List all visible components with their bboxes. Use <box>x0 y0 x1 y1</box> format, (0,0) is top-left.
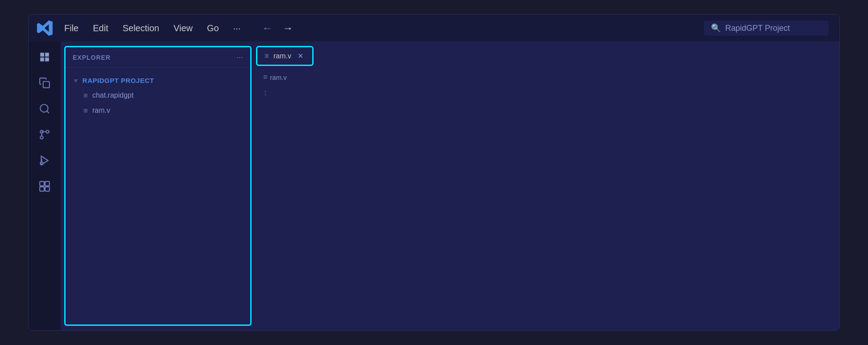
svg-rect-9 <box>40 187 44 191</box>
go-menu[interactable]: Go <box>201 21 225 36</box>
more-menu[interactable]: ··· <box>227 21 247 36</box>
back-arrow[interactable]: ← <box>258 20 276 36</box>
explorer-title: EXPLORER <box>73 54 111 61</box>
explorer-content: ▼ RAPIDGPT PROJECT ≡ chat.rapidgpt ≡ ram… <box>66 68 250 324</box>
activity-copy[interactable] <box>33 72 56 94</box>
activity-bar <box>29 41 61 330</box>
file-menu[interactable]: File <box>58 21 85 36</box>
file-item-chat[interactable]: ≡ chat.rapidgpt <box>66 88 250 103</box>
svg-point-1 <box>40 104 48 112</box>
svg-point-4 <box>46 130 49 133</box>
edit-menu[interactable]: Edit <box>87 21 114 36</box>
explorer-more-button[interactable]: ··· <box>236 53 243 62</box>
code-area: 1 <box>256 84 835 326</box>
activity-explorer[interactable] <box>33 46 56 68</box>
project-header[interactable]: ▼ RAPIDGPT PROJECT <box>66 73 250 88</box>
svg-rect-8 <box>45 181 50 186</box>
line-numbers: 1 <box>256 87 277 322</box>
svg-rect-7 <box>40 181 44 186</box>
svg-rect-10 <box>45 187 50 191</box>
file-icon-ram: ≡ <box>83 107 88 115</box>
project-chevron-icon: ▼ <box>73 77 79 84</box>
editor-content: ≡ ram.v 1 <box>256 66 835 326</box>
search-text: RapidGPT Project <box>725 24 790 33</box>
titlebar: File Edit Selection View Go ··· ← → 🔍 Ra… <box>29 15 839 41</box>
forward-arrow[interactable]: → <box>279 20 297 36</box>
svg-marker-5 <box>41 156 48 165</box>
activity-git[interactable] <box>33 123 56 146</box>
explorer-header: EXPLORER ··· <box>66 47 250 68</box>
code-lines[interactable] <box>277 87 835 322</box>
search-icon: 🔍 <box>711 23 721 33</box>
svg-rect-0 <box>43 82 50 88</box>
menu-bar: File Edit Selection View Go ··· <box>58 21 247 36</box>
project-section: ▼ RAPIDGPT PROJECT ≡ chat.rapidgpt ≡ ram… <box>66 71 250 120</box>
activity-extensions[interactable] <box>33 175 56 197</box>
nav-arrows: ← → <box>258 20 297 36</box>
main-area: EXPLORER ··· ▼ RAPIDGPT PROJECT ≡ chat.r… <box>29 41 839 330</box>
view-menu[interactable]: View <box>167 21 199 36</box>
activity-run[interactable] <box>33 149 56 172</box>
file-item-ram[interactable]: ≡ ram.v <box>66 103 250 118</box>
vscode-logo <box>36 19 54 37</box>
tab-name: ram.v <box>273 52 291 60</box>
project-name: RAPIDGPT PROJECT <box>83 77 154 84</box>
breadcrumb: ≡ ram.v <box>256 70 835 84</box>
svg-point-3 <box>40 136 43 139</box>
activity-search[interactable] <box>33 98 56 120</box>
file-name-chat: chat.rapidgpt <box>92 91 134 99</box>
vscode-window: File Edit Selection View Go ··· ← → 🔍 Ra… <box>28 14 840 331</box>
selection-menu[interactable]: Selection <box>116 21 165 36</box>
explorer-panel: EXPLORER ··· ▼ RAPIDGPT PROJECT ≡ chat.r… <box>64 46 252 326</box>
file-icon-chat: ≡ <box>83 92 88 99</box>
tab-file-icon: ≡ <box>265 52 269 61</box>
tab-close-button[interactable]: ✕ <box>296 51 305 61</box>
file-name-ram: ram.v <box>92 107 110 115</box>
tab-bar: ≡ ram.v ✕ <box>256 46 835 66</box>
breadcrumb-name: ram.v <box>270 74 287 81</box>
panels: EXPLORER ··· ▼ RAPIDGPT PROJECT ≡ chat.r… <box>61 41 839 330</box>
line-number-1: 1 <box>263 87 268 100</box>
editor-area: ≡ ram.v ✕ ≡ ram.v 1 <box>252 41 839 330</box>
breadcrumb-icon: ≡ <box>263 73 267 81</box>
editor-tab-ram[interactable]: ≡ ram.v ✕ <box>256 46 314 66</box>
search-bar[interactable]: 🔍 RapidGPT Project <box>704 21 829 36</box>
